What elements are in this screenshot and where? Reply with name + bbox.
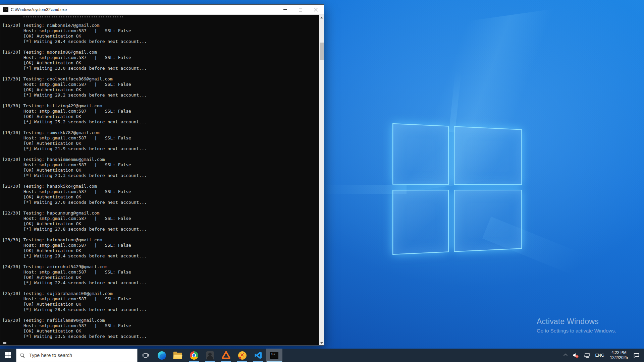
log-auth: [OK] Authentication OK [2, 248, 317, 253]
watermark-title: Activate Windows [537, 317, 616, 326]
log-wait: [*] Waiting 27.0 seconds before next acc… [2, 200, 317, 205]
log-wait: [*] Waiting 25.2 seconds before next acc… [2, 119, 317, 125]
log-wait: [*] Waiting 28.4 seconds before next acc… [2, 39, 317, 44]
close-icon [314, 8, 318, 12]
tray-clock-button[interactable]: 4:22 PM 12/2/2025 [607, 349, 631, 362]
taskbar: ENG 4:22 PM 12/2/2025 [0, 349, 644, 362]
log-wait: [*] Waiting 33.0 seconds before next acc… [2, 66, 317, 71]
maximize-icon [299, 8, 302, 11]
log-wait: [*] Waiting 21.9 seconds before next acc… [2, 146, 317, 152]
log-header: [19/30] Testing: ramvikk782@gmail.com [2, 130, 317, 135]
log-header: [24/30] Testing: aminruhul5429@gmail.com [2, 264, 317, 269]
log-auth: [OK] Authentication OK [2, 34, 317, 39]
cmd-window: C:\Windows\system32\cmd.exe [15/30] Test… [0, 4, 324, 346]
dark-utility-app-icon [206, 351, 214, 360]
log-host: Host: smtp.gmail.com:587 | SSL: False [2, 323, 317, 328]
taskbar-app-cmd-active[interactable] [266, 349, 282, 362]
taskbar-search[interactable] [16, 349, 138, 362]
action-center-icon [633, 352, 640, 358]
action-center-button[interactable] [631, 349, 642, 362]
taskbar-app-edge[interactable] [154, 349, 170, 362]
log-host: Host: smtp.gmail.com:587 | SSL: False [2, 269, 317, 275]
logo-pane-top-right [454, 126, 522, 185]
log-entry: [17/30] Testing: coolboniface869@gmail.c… [2, 76, 317, 98]
file-explorer-icon [173, 353, 182, 359]
log-host: Host: smtp.gmail.com:587 | SSL: False [2, 28, 317, 34]
log-entry: [26/30] Testing: nafiislam890@gmail.com … [2, 318, 317, 339]
chevron-up-icon [564, 354, 568, 357]
log-header: [26/30] Testing: nafiislam890@gmail.com [2, 318, 317, 323]
chrome-browser-icon [190, 351, 198, 360]
log-host: Host: smtp.gmail.com:587 | SSL: False [2, 162, 317, 168]
windows-flag-icon [5, 352, 11, 358]
scroll-down-arrow-icon[interactable] [319, 341, 324, 345]
tray-language-button[interactable]: ENG [593, 349, 607, 362]
light-beam [449, 70, 461, 133]
log-entry: [25/30] Testing: sojibrahaman100@gmail.c… [2, 291, 317, 312]
taskbar-app-file-explorer[interactable] [170, 349, 186, 362]
log-auth: [OK] Authentication OK [2, 114, 317, 119]
log-header: [22/30] Testing: hapcunxung@gmail.com [2, 210, 317, 216]
log-host: Host: smtp.gmail.com:587 | SSL: False [2, 55, 317, 60]
scrollbar-thumb[interactable] [320, 43, 324, 60]
close-button[interactable] [308, 5, 324, 15]
taskbar-app-chrome[interactable] [186, 349, 202, 362]
clipped-line-remnant [23, 16, 124, 17]
logo-pane-top-left [392, 123, 449, 185]
log-header: [18/30] Testing: hillzing429@gmail.com [2, 103, 317, 109]
taskbar-app-orange[interactable] [218, 349, 234, 362]
cmd-titlebar[interactable]: C:\Windows\system32\cmd.exe [0, 5, 324, 15]
maximize-button[interactable] [293, 5, 308, 15]
log-entry: [19/30] Testing: ramvikk782@gmail.com Ho… [2, 130, 317, 152]
windows-hero-logo [392, 123, 524, 256]
log-header: [23/30] Testing: hatnhonluon@gmail.com [2, 237, 317, 243]
log-host: Host: smtp.gmail.com:587 | SSL: False [2, 296, 317, 302]
log-auth: [OK] Authentication OK [2, 87, 317, 93]
show-desktop-button[interactable] [642, 349, 644, 362]
network-ethernet-icon [584, 352, 590, 358]
console-output: [15/30] Testing: nimbonnie7@gmail.com Ho… [0, 15, 324, 345]
log-entry: [24/30] Testing: aminruhul5429@gmail.com… [2, 264, 317, 286]
log-header: [21/30] Testing: hansokiko@gmail.com [2, 184, 317, 189]
log-wait: [*] Waiting 22.4 seconds before next acc… [2, 280, 317, 286]
log-header: [25/30] Testing: sojibrahaman100@gmail.c… [2, 291, 317, 296]
tray-network-button[interactable] [581, 349, 593, 362]
orange-triangle-app-icon [222, 351, 230, 360]
console-scrollbar[interactable] [319, 15, 324, 345]
log-entry: [18/30] Testing: hillzing429@gmail.com H… [2, 103, 317, 125]
taskbar-app-x-colorful[interactable] [234, 349, 250, 362]
log-auth: [OK] Authentication OK [2, 275, 317, 280]
search-icon [20, 353, 25, 358]
tray-chevron-button[interactable] [562, 349, 570, 362]
log-host: Host: smtp.gmail.com:587 | SSL: False [2, 82, 317, 87]
tray-volume-button[interactable] [570, 349, 581, 362]
taskbar-app-dark-utility[interactable] [202, 349, 218, 362]
minimize-button[interactable] [277, 5, 293, 15]
language-label: ENG [595, 353, 604, 358]
start-button[interactable] [0, 349, 16, 362]
log-host: Host: smtp.gmail.com:587 | SSL: False [2, 135, 317, 141]
activate-windows-watermark: Activate Windows Go to Settings to activ… [537, 317, 616, 334]
log-host: Host: smtp.gmail.com:587 | SSL: False [2, 216, 317, 221]
taskbar-app-vscode[interactable] [250, 349, 266, 362]
x-colorful-app-icon [238, 351, 247, 360]
log-entry: [23/30] Testing: hatnhonluon@gmail.com H… [2, 237, 317, 259]
log-auth: [OK] Authentication OK [2, 141, 317, 146]
search-input[interactable] [29, 352, 134, 358]
task-view-button[interactable] [138, 349, 154, 362]
log-entry: [16/30] Testing: moonsin86@gmail.com Hos… [2, 50, 317, 71]
console-cursor [3, 342, 6, 344]
command-prompt-icon [270, 352, 278, 359]
log-header: [20/30] Testing: hanshinmenmu@gmail.com [2, 157, 317, 162]
scroll-up-arrow-icon[interactable] [319, 15, 324, 20]
log-wait: [*] Waiting 28.4 seconds before next acc… [2, 307, 317, 312]
minimize-icon [283, 9, 287, 10]
clock-date: 12/2/2025 [610, 355, 628, 360]
log-host: Host: smtp.gmail.com:587 | SSL: False [2, 109, 317, 114]
log-entry: [15/30] Testing: nimbonnie7@gmail.com Ho… [2, 23, 317, 44]
task-view-icon [142, 352, 149, 359]
log-auth: [OK] Authentication OK [2, 60, 317, 66]
log-header: [17/30] Testing: coolboniface869@gmail.c… [2, 76, 317, 82]
vs-code-icon [254, 351, 262, 359]
edge-browser-icon [158, 351, 166, 360]
